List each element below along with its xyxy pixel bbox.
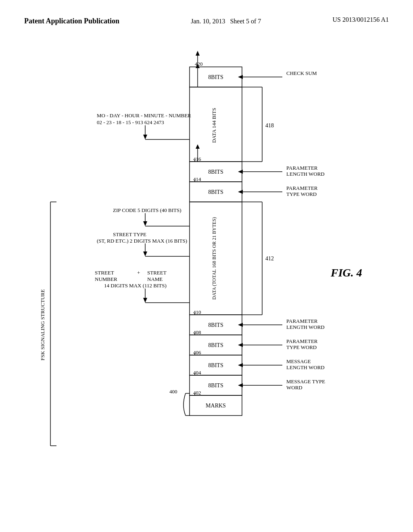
mo-day-label: MO - DAY - HOUR - MINUTE - NUMBER: [97, 112, 191, 118]
patent-diagram: text { font-family: 'Times New Roman', T…: [0, 43, 413, 486]
msg-type-word: MESSAGE TYPE: [286, 378, 325, 384]
param-len-arrowhead1: [238, 170, 243, 174]
param-len-word-1: PARAMETER: [286, 165, 318, 171]
param-len-word-2: PARAMETER: [286, 318, 318, 324]
page-header: Patent Application Publication Jan. 10, …: [0, 0, 413, 35]
param-len-8bits-1: 8BITS: [208, 169, 223, 175]
msg-len-arrowhead: [238, 363, 243, 367]
ref400-bracket: [184, 393, 186, 416]
plus-sign: +: [137, 270, 140, 276]
msg-len-8bits: 8BITS: [208, 362, 223, 368]
param-type-word-1b: TYPE WORD: [286, 191, 317, 197]
date-sheet: Jan. 10, 2013 Sheet 5 of 7: [191, 16, 261, 27]
street-arrowhead: [143, 298, 147, 303]
ref-414: 414: [193, 176, 201, 182]
checksum-8bits-label: 8BITS: [208, 74, 223, 80]
param-type-word-2: PARAMETER: [286, 338, 318, 344]
fsk-label: FSK SIGNALING STRUCTURE: [40, 289, 46, 360]
param-type-word-2b: TYPE WORD: [286, 344, 317, 350]
data-144-label: DATA 144 BITS: [211, 108, 217, 143]
param-type-arrowhead2: [238, 343, 243, 347]
street-detail: 14 DIGITS MAX (112 BITS): [104, 283, 167, 289]
patent-number: US 2013/0012156 A1: [332, 16, 389, 23]
checksum-label: CHECK SUM: [286, 70, 317, 76]
street-type-label: STREET TYPE: [113, 231, 146, 237]
data-total-label: DATA (TOTAL 168 BITS OR 21 BYTES): [211, 217, 217, 299]
publication-title: Patent Application Publication: [24, 16, 119, 26]
ref-400: 400: [169, 389, 177, 395]
street-number-label: STREET: [95, 270, 114, 276]
param-len-8bits-2: 8BITS: [208, 322, 223, 328]
param-type-arrowhead1: [238, 190, 243, 194]
top-arrowhead-up: [196, 51, 200, 56]
zip-arrowhead: [143, 221, 147, 226]
ref-412: 412: [265, 256, 274, 262]
msg-type-arrowhead: [238, 383, 243, 387]
moday-arrowhead: [143, 135, 147, 139]
street-name-label: STREET: [147, 270, 167, 276]
name-label: NAME: [147, 276, 163, 282]
param-len-arrowhead2: [238, 323, 243, 327]
param-len-word-1b: LENGTH WORD: [286, 171, 325, 177]
number-label: NUMBER: [95, 276, 117, 282]
msg-len-word-b: LENGTH WORD: [286, 364, 325, 370]
ref-402: 402: [193, 390, 201, 396]
ref-410: 410: [193, 309, 201, 315]
vert-arrowhead-1: [196, 144, 200, 149]
ref-404: 404: [193, 370, 201, 376]
ref-420: 420: [195, 61, 203, 67]
ref-418: 418: [265, 123, 274, 129]
street-type-detail: (ST, RD ETC.) 2 DIGITS MAX (16 BITS): [97, 238, 187, 244]
zip-code-label: ZIP CODE 5 DIGITS (40 BITS): [113, 207, 181, 213]
msg-type-word-b: WORD: [286, 384, 302, 391]
diagram-area: text { font-family: 'Times New Roman', T…: [0, 43, 413, 486]
param-type-8bits-1: 8BITS: [208, 189, 223, 195]
msg-len-word: MESSAGE: [286, 358, 311, 364]
marks-label: MARKS: [206, 403, 226, 409]
ref-416: 416: [193, 156, 201, 162]
ref-406: 406: [193, 349, 201, 355]
ref-408: 408: [193, 329, 201, 335]
checksum-arrowhead: [238, 75, 243, 79]
param-len-word-2b: LENGTH WORD: [286, 324, 325, 330]
fig-label: FIG. 4: [330, 266, 362, 279]
param-type-8bits-2: 8BITS: [208, 342, 223, 348]
msg-type-8bits: 8BITS: [208, 382, 223, 389]
param-type-word-1: PARAMETER: [286, 185, 318, 191]
mo-day-val: 02 - 23 - 18 - 15 - 913 624 2473: [97, 119, 164, 125]
streettype-arrowhead: [143, 251, 147, 256]
